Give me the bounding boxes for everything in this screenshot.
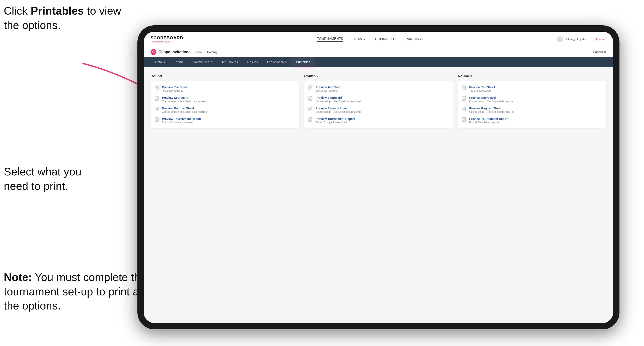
print-item-title-r2-1: Preview Tee Sheet: [316, 85, 342, 89]
main-content: Round 1 Preview Tee SheetTee Sheet requi…: [144, 67, 613, 323]
annotation-bold-note: Note:: [4, 271, 32, 283]
print-item-r3-3[interactable]: Preview Raguzzi SheetCourse setup + Tee …: [462, 107, 602, 113]
tab-printables[interactable]: Printables: [291, 57, 315, 67]
doc-icon-r2-3: [308, 107, 313, 113]
print-item-subtitle-r3-2: Course setup + Tee Sheet data required: [469, 100, 514, 103]
round-column-1: Round 1 Preview Tee SheetTee Sheet requi…: [150, 74, 299, 128]
print-item-subtitle-r1-1: Tee Sheet required: [162, 89, 188, 92]
print-item-subtitle-r2-4: Round Completion required: [316, 121, 355, 124]
doc-icon-r3-1: [462, 85, 466, 92]
user-email: blair@clippd.io: [566, 37, 587, 41]
top-nav-right: blair@clippd.io | Sign out: [557, 36, 606, 42]
round-column-2: Round 2 Preview Tee SheetTee Sheet requi…: [304, 74, 453, 128]
tablet-screen: SCOREBOARD Powered by clippd TOURNAMENTS…: [144, 32, 613, 323]
print-item-text-r2-3: Preview Raguzzi SheetCourse setup + Tee …: [316, 107, 361, 113]
print-item-r2-2[interactable]: Preview ScorecardCourse setup + Tee Shee…: [308, 96, 449, 103]
top-nav-links: TOURNAMENTS TEAMS COMMITTEE RANKINGS: [317, 37, 423, 42]
doc-icon-r1-4: [155, 117, 160, 124]
print-item-r3-4[interactable]: Preview Tournament ReportRound Completio…: [462, 117, 602, 124]
print-item-subtitle-r3-4: Round Completion required: [469, 121, 508, 124]
print-item-subtitle-r2-3: Course setup + Tee Sheet data required: [316, 110, 361, 113]
print-item-r1-3[interactable]: Preview Raguzzi SheetCourse setup + Tee …: [155, 107, 295, 113]
print-item-title-r2-3: Preview Raguzzi Sheet: [316, 107, 361, 110]
tournament-name-section: C Clippd Invitational (Men) Hosting: [150, 49, 217, 55]
print-item-subtitle-r1-3: Course setup + Tee Sheet data required: [162, 110, 207, 113]
doc-icon-r3-4: [462, 117, 466, 124]
round-2-card: Preview Tee SheetTee Sheet required Prev…: [304, 81, 453, 128]
doc-icon-r2-4: [308, 117, 313, 124]
print-item-subtitle-r2-1: Tee Sheet required: [316, 89, 342, 92]
top-nav: SCOREBOARD Powered by clippd TOURNAMENTS…: [144, 32, 613, 47]
annotation-top: Click Printables to view the options.: [4, 4, 126, 32]
rounds-grid: Round 1 Preview Tee SheetTee Sheet requi…: [150, 74, 606, 128]
print-item-r2-1[interactable]: Preview Tee SheetTee Sheet required: [308, 85, 449, 92]
cancel-button[interactable]: Cancel ✕: [593, 50, 606, 54]
tab-course-setup[interactable]: Course Setup: [188, 57, 217, 67]
print-item-r1-4[interactable]: Preview Tournament ReportRound Completio…: [155, 117, 295, 124]
tab-leaderboards[interactable]: Leaderboards: [262, 57, 291, 67]
scoreboard-logo: SCOREBOARD Powered by clippd: [150, 35, 183, 43]
print-item-r1-1[interactable]: Preview Tee SheetTee Sheet required: [155, 85, 295, 92]
print-item-text-r3-2: Preview ScorecardCourse setup + Tee Shee…: [469, 96, 514, 103]
print-item-title-r1-3: Preview Raguzzi Sheet: [162, 107, 207, 110]
print-item-title-r3-2: Preview Scorecard: [469, 96, 514, 99]
nav-link-teams[interactable]: TEAMS: [353, 37, 365, 41]
sign-out-link[interactable]: Sign out: [595, 37, 606, 41]
print-item-title-r3-1: Preview Tee Sheet: [469, 85, 495, 89]
doc-icon-r2-2: [308, 96, 313, 102]
print-item-title-r2-2: Preview Scorecard: [316, 96, 361, 99]
nav-separator: |: [590, 37, 591, 41]
print-item-text-r3-3: Preview Raguzzi SheetCourse setup + Tee …: [469, 107, 514, 113]
tournament-title: Clippd Invitational: [158, 50, 192, 54]
tournament-logo: C: [150, 49, 156, 55]
print-item-subtitle-r1-2: Course setup + Tee Sheet data required: [162, 100, 207, 103]
doc-icon-r2-1: [308, 85, 313, 92]
print-item-r2-3[interactable]: Preview Raguzzi SheetCourse setup + Tee …: [308, 107, 449, 113]
annotation-middle: Select what youneed to print.: [4, 165, 82, 193]
print-item-text-r2-4: Preview Tournament ReportRound Completio…: [316, 117, 355, 124]
print-item-title-r1-4: Preview Tournament Report: [162, 117, 201, 121]
print-item-text-r1-2: Preview ScorecardCourse setup + Tee Shee…: [162, 96, 207, 103]
round-3-card: Preview Tee SheetTee Sheet required Prev…: [458, 81, 606, 128]
nav-link-rankings[interactable]: RANKINGS: [406, 37, 423, 41]
round-1-card: Preview Tee SheetTee Sheet required Prev…: [150, 81, 299, 128]
print-item-text-r2-1: Preview Tee SheetTee Sheet required: [316, 85, 342, 92]
print-item-r3-2[interactable]: Preview ScorecardCourse setup + Tee Shee…: [462, 96, 602, 103]
print-item-r2-4[interactable]: Preview Tournament ReportRound Completio…: [308, 117, 449, 124]
doc-icon-r1-1: [155, 85, 160, 92]
doc-icon-r1-3: [155, 107, 160, 113]
logo-title: SCOREBOARD: [150, 35, 183, 40]
print-item-title-r1-2: Preview Scorecard: [162, 96, 207, 99]
print-item-r3-1[interactable]: Preview Tee SheetTee Sheet required: [462, 85, 602, 92]
tab-teams[interactable]: Teams: [170, 57, 188, 67]
doc-icon-r3-2: [462, 96, 466, 102]
print-item-subtitle-r3-1: Tee Sheet required: [469, 89, 495, 92]
print-item-r1-2[interactable]: Preview ScorecardCourse setup + Tee Shee…: [155, 96, 295, 103]
print-item-text-r3-4: Preview Tournament ReportRound Completio…: [469, 117, 508, 124]
print-item-subtitle-r2-2: Course setup + Tee Sheet data required: [316, 100, 361, 103]
print-item-text-r1-4: Preview Tournament ReportRound Completio…: [162, 117, 201, 124]
tab-details[interactable]: Details: [150, 57, 170, 67]
annotation-bold-printables: Printables: [31, 5, 84, 17]
print-item-title-r3-3: Preview Raguzzi Sheet: [469, 107, 514, 110]
nav-link-committee[interactable]: COMMITTEE: [375, 37, 395, 41]
sub-nav: Details Teams Course Setup Tee Groups Re…: [144, 57, 613, 67]
print-item-text-r1-3: Preview Raguzzi SheetCourse setup + Tee …: [162, 107, 207, 113]
print-item-title-r3-4: Preview Tournament Report: [469, 117, 508, 121]
print-item-subtitle-r3-3: Course setup + Tee Sheet data required: [469, 110, 514, 113]
tab-tee-groups[interactable]: Tee Groups: [217, 57, 243, 67]
print-item-text-r1-1: Preview Tee SheetTee Sheet required: [162, 85, 188, 92]
nav-link-tournaments[interactable]: TOURNAMENTS: [317, 37, 343, 42]
round-2-label: Round 2: [304, 74, 453, 78]
tournament-bar: C Clippd Invitational (Men) Hosting Canc…: [144, 47, 613, 57]
doc-icon-r1-2: [155, 96, 160, 102]
logo-subtitle: Powered by clippd: [150, 40, 183, 43]
print-item-subtitle-r1-4: Round Completion required: [162, 121, 201, 124]
round-1-label: Round 1: [150, 74, 299, 78]
round-3-label: Round 3: [458, 74, 606, 78]
print-item-title-r2-4: Preview Tournament Report: [316, 117, 355, 121]
tab-results[interactable]: Results: [242, 57, 262, 67]
print-item-text-r2-2: Preview ScorecardCourse setup + Tee Shee…: [316, 96, 361, 103]
tournament-badge: (Men): [194, 50, 202, 54]
user-avatar: [557, 36, 563, 42]
